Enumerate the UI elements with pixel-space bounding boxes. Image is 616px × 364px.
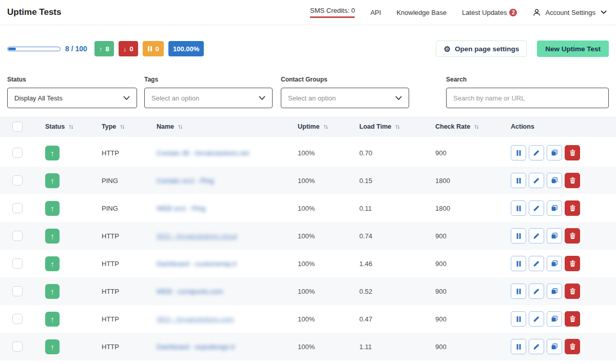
- pause-button[interactable]: [511, 145, 526, 160]
- test-name-link[interactable]: SEO - forvalsolutions.cloud: [157, 232, 237, 240]
- pause-button[interactable]: [511, 339, 526, 354]
- edit-button[interactable]: [529, 145, 544, 160]
- test-name-link[interactable]: WEB - curvipunto.com: [157, 288, 223, 295]
- delete-button[interactable]: [565, 228, 580, 244]
- sort-icon[interactable]: ↑↓: [323, 123, 327, 130]
- pause-button[interactable]: [511, 200, 526, 216]
- uptime-column-label: Uptime: [298, 123, 319, 130]
- column-header-actions: Actions: [506, 123, 616, 130]
- test-name-link[interactable]: SEO - forvalsolutions.com: [157, 315, 234, 323]
- status-filter-select[interactable]: Display All Tests: [7, 88, 137, 108]
- row-checkbox[interactable]: [12, 286, 23, 296]
- row-checkbox-cell: [7, 286, 40, 296]
- row-checkbox[interactable]: [12, 231, 23, 241]
- test-name-link[interactable]: Contato srv1 - Ping: [157, 177, 214, 185]
- edit-button[interactable]: [529, 200, 544, 216]
- duplicate-button[interactable]: [547, 256, 562, 271]
- row-checkbox[interactable]: [12, 203, 23, 213]
- row-type: PING: [97, 177, 151, 185]
- pause-button[interactable]: [511, 284, 526, 299]
- check-rate-column-label: Check Rate: [435, 123, 470, 130]
- table-header-row: Status↑↓ Type↑↓ Name↑↓ Uptime↑↓ Load Tim…: [0, 116, 616, 137]
- edit-button[interactable]: [529, 228, 544, 244]
- sort-icon[interactable]: ↑↓: [120, 123, 124, 130]
- copy-icon: [551, 315, 558, 322]
- test-name-link[interactable]: Contato 36 - forvalsolutions.net: [157, 149, 249, 157]
- paused-tests-badge: 0: [143, 41, 164, 56]
- delete-button[interactable]: [565, 311, 580, 327]
- sort-icon[interactable]: ↑↓: [68, 123, 72, 130]
- row-actions: [506, 145, 616, 160]
- duplicate-button[interactable]: [547, 339, 562, 354]
- pencil-icon: [533, 177, 540, 184]
- pause-button[interactable]: [511, 173, 526, 188]
- duplicate-button[interactable]: [547, 173, 562, 188]
- chevron-down-icon: [259, 96, 265, 100]
- delete-button[interactable]: [565, 284, 580, 299]
- sort-icon[interactable]: ↑↓: [474, 123, 478, 130]
- duplicate-button[interactable]: [547, 145, 562, 160]
- nav-latest-updates[interactable]: Latest Updates 2: [462, 9, 517, 16]
- row-status-cell: ↑: [40, 256, 97, 271]
- delete-button[interactable]: [565, 173, 580, 188]
- open-page-settings-button[interactable]: ⚙ Open page settings: [436, 41, 527, 57]
- sort-icon[interactable]: ↑↓: [395, 123, 399, 130]
- sort-icon[interactable]: ↑↓: [178, 123, 182, 130]
- pause-button[interactable]: [511, 311, 526, 327]
- duplicate-button[interactable]: [547, 284, 562, 299]
- row-checkbox[interactable]: [12, 314, 23, 324]
- column-header-type: Type↑↓: [97, 123, 151, 130]
- row-checkbox[interactable]: [12, 175, 23, 186]
- row-checkbox-cell: [7, 148, 40, 158]
- delete-button[interactable]: [565, 256, 580, 271]
- nav-sms-credits[interactable]: SMS Credits: 0: [310, 7, 355, 18]
- copy-icon: [551, 232, 558, 239]
- copy-icon: [551, 343, 558, 350]
- nav-knowledge-base[interactable]: Knowledge Base: [396, 9, 447, 16]
- row-checkbox[interactable]: [12, 148, 23, 158]
- contact-groups-filter-select[interactable]: Select an option: [281, 88, 409, 108]
- new-uptime-test-button[interactable]: New Uptime Test: [537, 41, 609, 57]
- page-title: Uptime Tests: [7, 7, 62, 17]
- tags-filter-select[interactable]: Select an option: [144, 88, 273, 108]
- select-all-checkbox[interactable]: [12, 122, 23, 132]
- row-load-time: 0.15: [354, 177, 430, 185]
- row-check-rate: 900: [430, 149, 506, 157]
- pause-button[interactable]: [511, 256, 526, 271]
- nav-account-settings[interactable]: Account Settings: [532, 8, 607, 17]
- edit-button[interactable]: [529, 339, 544, 354]
- quota-label: 8 / 100: [65, 45, 87, 53]
- delete-button[interactable]: [565, 200, 580, 216]
- row-checkbox[interactable]: [12, 258, 23, 269]
- name-column-label: Name: [157, 123, 174, 130]
- row-load-time: 1.11: [354, 343, 430, 351]
- delete-button[interactable]: [565, 145, 580, 160]
- pause-button[interactable]: [511, 228, 526, 244]
- duplicate-button[interactable]: [547, 200, 562, 216]
- row-name-cell: Contato 36 - forvalsolutions.net: [151, 149, 293, 157]
- test-name-link[interactable]: WEB srv1 - Ping: [157, 205, 205, 212]
- edit-button[interactable]: [529, 173, 544, 188]
- edit-button[interactable]: [529, 284, 544, 299]
- edit-button[interactable]: [529, 256, 544, 271]
- row-status-cell: ↑: [40, 284, 97, 299]
- row-uptime: 100%: [293, 343, 354, 351]
- status-column-label: Status: [45, 123, 65, 130]
- row-checkbox[interactable]: [12, 341, 23, 352]
- duplicate-button[interactable]: [547, 311, 562, 327]
- up-arrow-icon: ↑: [50, 342, 54, 351]
- delete-button[interactable]: [565, 339, 580, 354]
- edit-button[interactable]: [529, 311, 544, 327]
- test-name-link[interactable]: Dashboard - customerwp.it: [157, 260, 236, 268]
- row-status-cell: ↑: [40, 201, 97, 216]
- row-uptime: 100%: [293, 149, 354, 157]
- row-check-rate: 900: [430, 232, 506, 240]
- test-name-link[interactable]: Dashboard - expodesign.it: [157, 343, 235, 351]
- row-load-time: 0.11: [354, 205, 430, 212]
- row-check-rate: 900: [430, 260, 506, 268]
- gear-icon: ⚙: [444, 45, 450, 53]
- row-load-time: 0.74: [354, 232, 430, 240]
- search-input[interactable]: [446, 88, 609, 108]
- duplicate-button[interactable]: [547, 228, 562, 244]
- nav-api[interactable]: API: [370, 9, 381, 16]
